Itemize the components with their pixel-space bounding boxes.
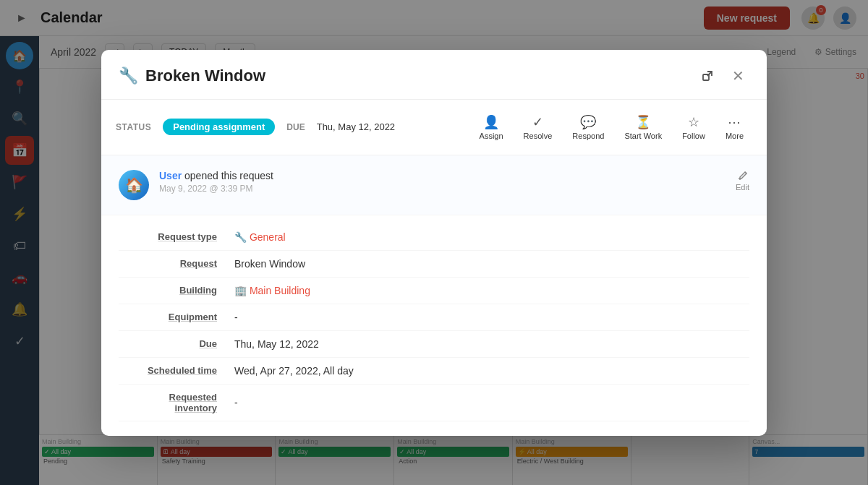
inventory-label: Requestedinventory: [119, 392, 234, 413]
external-link-icon[interactable]: [696, 64, 719, 87]
detail-row-due: Due Thu, May 12, 2022: [119, 331, 749, 358]
building-value[interactable]: 🏢 Main Building: [234, 285, 749, 296]
detail-row-inventory: Requestedinventory -: [119, 385, 749, 421]
due-date-value: Thu, May 12, 2022: [234, 338, 749, 350]
close-icon[interactable]: ✕: [726, 64, 749, 87]
status-badge: Pending assignment: [163, 119, 275, 135]
request-value: Broken Window: [234, 258, 749, 270]
building-label: Building: [119, 285, 234, 296]
modal-header: 🔧 Broken Window ✕: [101, 50, 767, 100]
more-icon: ⋯: [728, 114, 741, 130]
activity-row: 🏠 User opened this request May 9, 2022 @…: [101, 155, 767, 215]
detail-row-equipment: Equipment -: [119, 304, 749, 331]
scheduled-time-value: Wed, Apr 27, 2022, All day: [234, 365, 749, 377]
status-bar: STATUS Pending assignment DUE Thu, May 1…: [101, 100, 767, 155]
respond-button[interactable]: 💬 Respond: [563, 110, 613, 145]
detail-row-request: Request Broken Window: [119, 251, 749, 278]
action-buttons: 👤 Assign ✓ Resolve 💬 Respond ⏳ Start Wor…: [471, 110, 752, 145]
activity-body: User opened this request May 9, 2022 @ 3…: [159, 170, 736, 194]
edit-button[interactable]: Edit: [736, 170, 749, 192]
respond-icon: 💬: [580, 114, 596, 130]
status-left: STATUS Pending assignment DUE Thu, May 1…: [116, 119, 395, 135]
start-work-icon: ⏳: [635, 114, 651, 130]
modal-header-actions: ✕: [696, 64, 749, 87]
due-label: DUE: [286, 122, 305, 132]
scheduled-time-label: Scheduled time: [119, 365, 234, 376]
status-label: STATUS: [116, 122, 151, 132]
more-label: More: [726, 132, 744, 140]
assign-label: Assign: [480, 132, 503, 140]
detail-row-building: Building 🏢 Main Building: [119, 278, 749, 304]
activity-action: opened this request: [184, 170, 273, 181]
due-value: Thu, May 12, 2022: [317, 121, 395, 132]
modal: 🔧 Broken Window ✕ STATUS Pending assignm…: [101, 50, 767, 436]
resolve-label: Resolve: [524, 132, 553, 140]
more-button[interactable]: ⋯ More: [717, 110, 752, 145]
start-work-button[interactable]: ⏳ Start Work: [616, 110, 671, 145]
follow-label: Follow: [682, 132, 705, 140]
modal-title: Broken Window: [145, 66, 696, 85]
resolve-icon: ✓: [532, 114, 543, 130]
request-label: Request: [119, 258, 234, 269]
follow-icon: ☆: [688, 114, 699, 130]
detail-row-request-type: Request type 🔧 General: [119, 224, 749, 251]
request-type-label: Request type: [119, 231, 234, 242]
detail-row-scheduled: Scheduled time Wed, Apr 27, 2022, All da…: [119, 358, 749, 385]
follow-button[interactable]: ☆ Follow: [673, 110, 714, 145]
equipment-value: -: [234, 312, 749, 323]
respond-label: Respond: [572, 132, 604, 140]
modal-body: STATUS Pending assignment DUE Thu, May 1…: [101, 100, 767, 436]
activity-avatar: 🏠: [119, 170, 149, 200]
activity-user: User: [159, 170, 182, 181]
activity-text: User opened this request: [159, 170, 736, 181]
activity-time: May 9, 2022 @ 3:39 PM: [159, 184, 736, 194]
request-type-value[interactable]: 🔧 General: [234, 231, 749, 243]
equipment-label: Equipment: [119, 312, 234, 322]
assign-icon: 👤: [483, 114, 499, 130]
due-date-label: Due: [119, 338, 234, 349]
inventory-value: -: [234, 397, 749, 408]
details-section: Request type 🔧 General Request Broken Wi…: [101, 215, 767, 436]
assign-button[interactable]: 👤 Assign: [471, 110, 512, 145]
resolve-button[interactable]: ✓ Resolve: [515, 110, 561, 145]
modal-overlay: 🔧 Broken Window ✕ STATUS Pending assignm…: [0, 0, 868, 485]
start-work-label: Start Work: [624, 132, 662, 140]
modal-title-icon: 🔧: [119, 66, 138, 85]
edit-label: Edit: [736, 183, 749, 192]
